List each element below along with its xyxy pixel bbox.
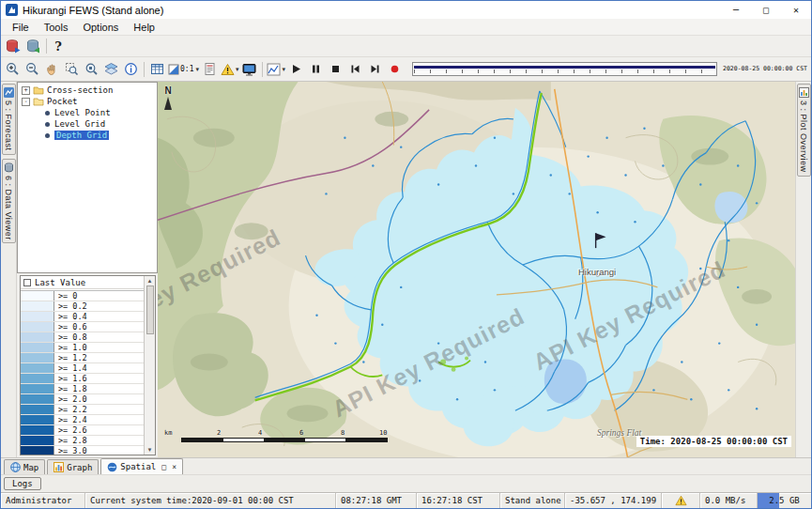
- legend-entry: >= 1.8: [21, 384, 144, 394]
- pan-button[interactable]: [42, 60, 62, 79]
- tree-expander-icon[interactable]: +: [22, 86, 30, 95]
- animation-display-button[interactable]: [239, 60, 259, 79]
- database-export-button[interactable]: [4, 37, 23, 55]
- tree-row-selected[interactable]: Depth Grid: [18, 130, 157, 141]
- menu-options[interactable]: Options: [75, 21, 126, 34]
- legend-label: >= 3.0: [54, 446, 87, 455]
- record-button[interactable]: [385, 60, 405, 79]
- database-import-button[interactable]: [23, 37, 43, 55]
- legend-list: >= 0 >= 0.2 >= 0.4 >= 0.6 >= 0.8 >= 1.0 …: [21, 290, 144, 455]
- grid-display-button[interactable]: [147, 60, 167, 79]
- tree-node-label[interactable]: Depth Grid: [54, 131, 109, 140]
- panel-close-icon[interactable]: ×: [172, 463, 176, 471]
- warning-icon: [221, 63, 235, 76]
- town-label: Hikurangi: [578, 267, 616, 277]
- legend-label: >= 0.6: [54, 322, 87, 332]
- stop-button[interactable]: [326, 60, 345, 79]
- warning-dropdown[interactable]: ▾: [220, 60, 240, 79]
- menu-help[interactable]: Help: [126, 21, 162, 34]
- north-arrow: N: [164, 85, 172, 110]
- legend-label: >= 0.8: [54, 332, 87, 342]
- tree-expander-icon[interactable]: -: [22, 98, 30, 106]
- interval-value: 0:1: [180, 65, 193, 73]
- globe-icon: [10, 462, 21, 472]
- legend-entry: >= 0.2: [21, 301, 144, 312]
- stop-icon: [330, 64, 341, 74]
- legend-entry: >= 2.6: [21, 425, 144, 436]
- status-memory: 2.5 GB: [758, 493, 811, 508]
- maximize-icon[interactable]: □: [751, 1, 781, 19]
- dock-tab-plot-overview[interactable]: 3 : Plot Overview: [797, 84, 811, 177]
- menu-file[interactable]: File: [5, 21, 37, 34]
- skip-backward-icon: [350, 64, 360, 74]
- layer-bullet-icon: [45, 111, 50, 116]
- spatial-sidebar: + Cross-section - Pocket Level Point Lev…: [17, 82, 158, 457]
- legend-entry: >= 3.0: [21, 446, 144, 455]
- scale-tick: 2: [217, 429, 221, 437]
- play-icon: [291, 64, 301, 74]
- step-last-button[interactable]: [365, 60, 385, 79]
- tree-node-label[interactable]: Pocket: [47, 97, 78, 106]
- zoom-in-button[interactable]: [3, 60, 23, 79]
- legend-entry: >= 0.6: [21, 322, 144, 332]
- legend-swatch: [21, 405, 54, 414]
- logs-button[interactable]: Logs: [4, 477, 41, 490]
- status-mode: Stand alone: [500, 493, 565, 508]
- layers-button[interactable]: [101, 60, 121, 79]
- status-coordinates: -35.657 , 174.199: [565, 493, 662, 508]
- status-warning-cell[interactable]: [662, 493, 700, 508]
- tab-label: Spatial: [120, 462, 156, 471]
- legend-label: >= 1.2: [54, 353, 87, 362]
- tab-map[interactable]: Map: [4, 459, 45, 474]
- logs-row: Logs: [1, 474, 811, 492]
- tree-node-label[interactable]: Level Grid: [54, 119, 105, 129]
- tab-spatial[interactable]: Spatial □ ×: [100, 458, 183, 474]
- legend-label: >= 1.4: [54, 363, 87, 373]
- legend-label: >= 2.6: [54, 425, 87, 435]
- interval-dropdown[interactable]: 0:1 ▾: [167, 60, 200, 79]
- tree-row[interactable]: Level Grid: [18, 118, 157, 130]
- profile-dropdown[interactable]: ▾: [266, 60, 286, 79]
- menu-tools[interactable]: Tools: [37, 21, 76, 34]
- status-user: Administrator: [1, 493, 85, 508]
- legend-label: >= 2.2: [54, 405, 87, 414]
- scroll-up-icon[interactable]: ▲: [147, 277, 153, 285]
- dock-tab-forecast[interactable]: 5 : Forecast: [2, 84, 16, 155]
- chevron-down-icon: ▾: [236, 66, 239, 73]
- tab-graph[interactable]: Graph: [47, 459, 99, 474]
- graph-icon: [54, 462, 64, 472]
- timeline-slider[interactable]: [412, 62, 717, 76]
- info-button[interactable]: [121, 60, 141, 79]
- tree-row[interactable]: - Pocket: [18, 96, 157, 107]
- pause-button[interactable]: [306, 60, 326, 79]
- legend-scrollbar[interactable]: ▲ ▼: [144, 276, 155, 455]
- tree-row[interactable]: Level Point: [18, 107, 157, 118]
- zoom-extent-button[interactable]: [82, 60, 101, 79]
- zoom-out-button[interactable]: [23, 60, 42, 79]
- scroll-down-icon[interactable]: ▼: [147, 446, 153, 454]
- forecast-icon: [4, 87, 14, 98]
- legend-swatch: [21, 436, 54, 445]
- map-canvas[interactable]: N API Key Required API Key Required API …: [158, 82, 795, 457]
- dock-tab-data-viewer[interactable]: 6 : Data Viewer: [2, 159, 16, 244]
- map-toolbar: 0:1 ▾ ▾ ▾ 2020-08-25 00:00:00 CST: [1, 57, 811, 82]
- close-icon[interactable]: ✕: [781, 1, 811, 19]
- scroll-thumb[interactable]: [146, 285, 154, 334]
- legend-label: >= 2.0: [54, 394, 87, 404]
- minimize-icon[interactable]: ─: [721, 1, 751, 19]
- scale-bar-segments: [181, 438, 388, 442]
- play-button[interactable]: [286, 60, 306, 79]
- last-value-checkbox[interactable]: [23, 279, 31, 286]
- tree-node-label[interactable]: Cross-section: [47, 85, 113, 95]
- tree-row[interactable]: + Cross-section: [18, 85, 157, 96]
- panel-maximize-icon[interactable]: □: [161, 463, 166, 471]
- report-button[interactable]: [200, 60, 220, 79]
- help-button[interactable]: ?: [50, 37, 67, 55]
- tree-node-label[interactable]: Level Point: [54, 108, 111, 117]
- title-bar[interactable]: Hikurangi FEWS (Stand alone) ─ □ ✕: [1, 1, 811, 19]
- step-first-button[interactable]: [345, 60, 365, 79]
- zoom-region-button[interactable]: [62, 60, 82, 79]
- legend-entry: >= 2.8: [21, 436, 144, 446]
- current-timestep: 2020-08-25 00:00:00 CST: [723, 66, 807, 72]
- legend-title: Last Value: [35, 278, 85, 287]
